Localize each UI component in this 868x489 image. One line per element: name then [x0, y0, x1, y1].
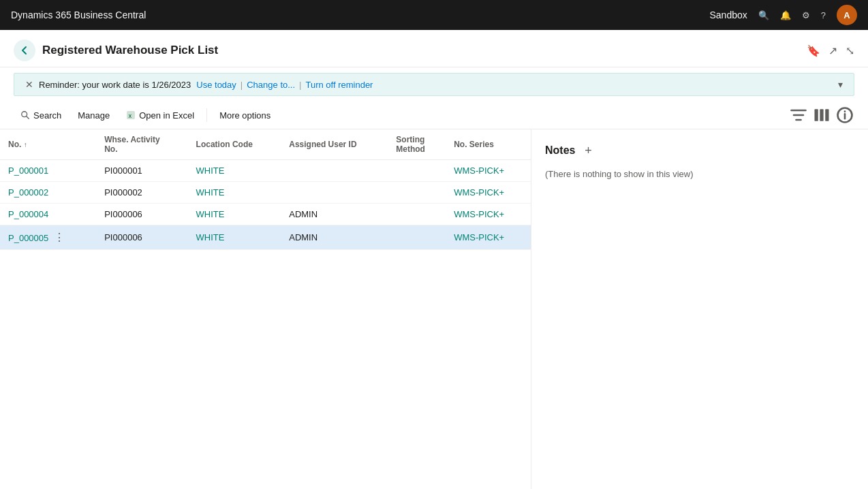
col-header-location-code[interactable]: Location Code [188, 129, 281, 160]
search-icon[interactable]: 🔍 [758, 10, 769, 20]
topbar-left: Dynamics 365 Business Central [11, 10, 146, 20]
avatar[interactable]: A [837, 5, 857, 25]
open-excel-label: Open in Excel [139, 110, 194, 121]
svg-rect-5 [820, 109, 823, 121]
col-header-no-series[interactable]: No. Series [446, 129, 531, 160]
back-button[interactable] [14, 40, 35, 61]
col-header-no[interactable]: No. ↑ [0, 129, 96, 160]
row-no-link[interactable]: P_000002 [8, 187, 48, 198]
cell-location-code[interactable]: WHITE [188, 204, 281, 225]
toolbar-separator [206, 108, 207, 122]
reminder-close-button[interactable]: ✕ [25, 79, 33, 90]
info-icon-button[interactable] [835, 106, 854, 125]
cell-assigned-user-id [281, 182, 388, 204]
cell-location-code[interactable]: WHITE [188, 182, 281, 204]
help-icon[interactable]: ? [821, 10, 826, 20]
bell-icon[interactable]: 🔔 [780, 10, 791, 20]
svg-line-1 [27, 116, 29, 119]
row-context-menu-icon[interactable]: ⋮ [51, 232, 67, 243]
cell-whse-activity-no: PI000006 [96, 225, 187, 250]
cell-sorting-method [388, 225, 446, 250]
col-header-assigned-user-id[interactable]: Assigned User ID [281, 129, 388, 160]
manage-label: Manage [78, 110, 110, 121]
turn-off-link[interactable]: Turn off reminder [305, 80, 373, 90]
table-header: No. ↑ Whse. ActivityNo. Location Code As… [0, 129, 531, 160]
location-link[interactable]: WHITE [196, 232, 225, 242]
list-area: No. ↑ Whse. ActivityNo. Location Code As… [0, 129, 531, 489]
page-header-left: Registered Warehouse Pick List [14, 40, 218, 61]
reminder-message: Reminder: your work date is 1/26/2023 [39, 80, 191, 90]
data-table: No. ↑ Whse. ActivityNo. Location Code As… [0, 129, 531, 250]
cell-whse-activity-no: PI000001 [96, 160, 187, 182]
table-body: P_000001PI000001WHITEWMS-PICK+P_000002PI… [0, 160, 531, 250]
cell-assigned-user-id: ADMIN [281, 225, 388, 250]
col-header-sorting-method[interactable]: SortingMethod [388, 129, 446, 160]
table-row[interactable]: P_000001PI000001WHITEWMS-PICK+ [0, 160, 531, 182]
notes-empty-message: (There is nothing to show in this view) [545, 169, 693, 179]
topbar-right: Sandbox 🔍 🔔 ⚙ ? A [709, 5, 857, 25]
row-no-link[interactable]: P_000005 [8, 233, 48, 243]
topbar: Dynamics 365 Business Central Sandbox 🔍 … [0, 0, 868, 30]
cell-location-code[interactable]: WHITE [188, 160, 281, 182]
no-series-link[interactable]: WMS-PICK+ [454, 187, 504, 198]
svg-text:X: X [129, 114, 132, 119]
table-row[interactable]: P_000005 ⋮PI000006WHITEADMINWMS-PICK+ [0, 225, 531, 250]
toolbar: Search Manage X Open in Excel More optio… [0, 101, 868, 129]
search-button[interactable]: Search [14, 108, 68, 123]
filter-icon-button[interactable] [789, 106, 808, 125]
page-header-right: 🔖 ↗ ⤡ [807, 44, 854, 57]
reminder-bar-left: ✕ Reminder: your work date is 1/26/2023 … [25, 79, 373, 90]
cell-no-series[interactable]: WMS-PICK+ [446, 204, 531, 225]
columns-icon-button[interactable] [812, 106, 831, 125]
main-content: No. ↑ Whse. ActivityNo. Location Code As… [0, 129, 868, 489]
toolbar-right [789, 106, 854, 125]
open-new-icon[interactable]: ↗ [828, 44, 837, 57]
location-link[interactable]: WHITE [196, 209, 225, 219]
search-label: Search [33, 110, 61, 121]
cell-no[interactable]: P_000001 [0, 160, 96, 182]
app-name: Dynamics 365 Business Central [11, 10, 146, 20]
cell-no-series[interactable]: WMS-PICK+ [446, 225, 531, 250]
svg-rect-4 [815, 109, 818, 121]
manage-button[interactable]: Manage [71, 108, 117, 123]
settings-icon[interactable]: ⚙ [802, 10, 810, 20]
cell-location-code[interactable]: WHITE [188, 225, 281, 250]
notes-add-button[interactable]: + [580, 143, 595, 158]
cell-sorting-method [388, 204, 446, 225]
row-no-link[interactable]: P_000004 [8, 209, 48, 219]
bookmark-icon[interactable]: 🔖 [807, 44, 820, 57]
page-header: Registered Warehouse Pick List 🔖 ↗ ⤡ [0, 30, 868, 67]
page-title: Registered Warehouse Pick List [42, 44, 218, 57]
reminder-chevron-icon[interactable]: ▾ [838, 79, 843, 90]
reminder-links: Use today | Change to... | Turn off remi… [196, 80, 373, 90]
no-series-link[interactable]: WMS-PICK+ [454, 232, 504, 242]
location-link[interactable]: WHITE [196, 187, 225, 198]
cell-no-series[interactable]: WMS-PICK+ [446, 160, 531, 182]
more-options-button[interactable]: More options [213, 108, 277, 123]
cell-whse-activity-no: PI000006 [96, 204, 187, 225]
col-header-whse-activity-no[interactable]: Whse. ActivityNo. [96, 129, 187, 160]
sort-arrow-icon: ↑ [24, 141, 27, 148]
table-row[interactable]: P_000004PI000006WHITEADMINWMS-PICK+ [0, 204, 531, 225]
cell-no-series[interactable]: WMS-PICK+ [446, 182, 531, 204]
open-excel-button[interactable]: X Open in Excel [119, 108, 201, 123]
cell-whse-activity-no: PI000002 [96, 182, 187, 204]
no-series-link[interactable]: WMS-PICK+ [454, 165, 504, 176]
table-row[interactable]: P_000002PI000002WHITEWMS-PICK+ [0, 182, 531, 204]
use-today-link[interactable]: Use today [196, 80, 236, 90]
svg-point-9 [844, 110, 846, 112]
row-no-link[interactable]: P_000001 [8, 165, 48, 176]
no-series-link[interactable]: WMS-PICK+ [454, 209, 504, 219]
more-options-label: More options [219, 110, 270, 121]
cell-no[interactable]: P_000004 [0, 204, 96, 225]
notes-title: Notes [545, 144, 575, 157]
environment-label: Sandbox [709, 10, 747, 20]
cell-no[interactable]: P_000005 ⋮ [0, 225, 96, 250]
cell-no[interactable]: P_000002 [0, 182, 96, 204]
cell-assigned-user-id [281, 160, 388, 182]
svg-rect-6 [825, 109, 828, 121]
change-to-link[interactable]: Change to... [247, 80, 295, 90]
expand-icon[interactable]: ⤡ [846, 44, 854, 57]
cell-sorting-method [388, 160, 446, 182]
location-link[interactable]: WHITE [196, 165, 225, 176]
